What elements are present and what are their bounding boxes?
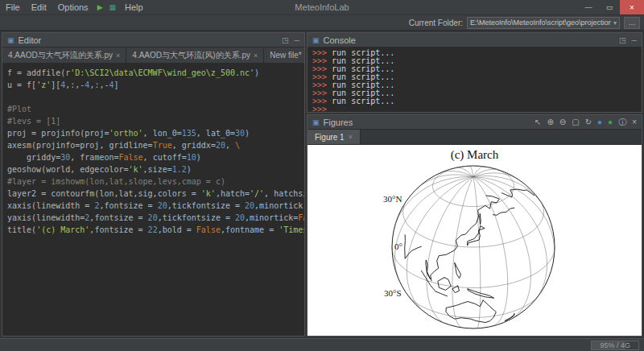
- figure-canvas[interactable]: (c) March 30°N 0° 30°S: [308, 145, 642, 336]
- code-line: f = addfile(r'D:\SCI2\data\ECMWF\wind_ge…: [7, 67, 299, 79]
- select-icon[interactable]: ↖: [535, 118, 541, 126]
- lat-label-30n: 30°N: [383, 194, 402, 204]
- console-output[interactable]: >>> run script...>>> run script...>>> ru…: [308, 47, 642, 112]
- current-folder-input[interactable]: E:\MeteoInfo\MeteoInfo\script\geo\projec…: [467, 17, 620, 29]
- code-line: title('(c) March',fontsize = 22,bold = F…: [7, 224, 299, 236]
- console-line: >>> run script...: [312, 97, 637, 105]
- statusbar: 95% / 4G: [0, 338, 644, 351]
- code-line: proj = projinfo(proj='ortho', lon_0=135,…: [7, 127, 299, 139]
- figure-tab[interactable]: Figure 1 ×: [308, 130, 361, 144]
- app-window: File Edit Options ▶ ▦ Help MeteoInfoLab …: [0, 0, 644, 351]
- editor-tab[interactable]: 4.AAOD与大气环流的关系.py×: [2, 47, 126, 63]
- info-icon[interactable]: ⓘ: [618, 117, 626, 128]
- editor-title: Editor: [19, 35, 42, 45]
- rotate-icon[interactable]: ↻: [585, 118, 592, 126]
- figures-panel: ▣ Figures ↖⊕⊖▢↻●●ⓘ× Figure 1 × (c) March…: [307, 114, 642, 337]
- main-area: ▣ Editor ◳ ─ 4.AAOD与大气环流的关系.py×4.AAOD与大气…: [0, 31, 644, 338]
- current-folder-value: E:\MeteoInfo\MeteoInfo\script\geo\projec…: [470, 19, 611, 27]
- window-controls: — ▭ ×: [578, 0, 644, 14]
- menu-help[interactable]: Help: [119, 0, 149, 14]
- tab-label: 4.AAOD与大气环流的关系.py: [8, 50, 113, 61]
- zoom-in-icon[interactable]: ⊕: [547, 118, 553, 126]
- tab-close-icon[interactable]: ×: [349, 133, 353, 141]
- code-line: #layer = imshowm(lon,lat,slope,levs,cmap…: [7, 176, 299, 188]
- folder-toolbar: Current Folder: E:\MeteoInfo\MeteoInfo\s…: [0, 15, 644, 31]
- apps-icon[interactable]: ▦: [106, 3, 120, 11]
- console-title: Console: [324, 35, 356, 45]
- menu-file[interactable]: File: [0, 0, 26, 14]
- panel-float-icon[interactable]: ◳: [282, 36, 289, 44]
- console-panel: ▣ Console ◳ ─ >>> run script...>>> run s…: [307, 32, 642, 113]
- tab-label: 4.AAOD与大气环流(风)的关系.py: [132, 50, 250, 61]
- editor-panel-icon: ▣: [7, 36, 14, 44]
- figures-panel-icon: ▣: [312, 118, 320, 126]
- menu-edit[interactable]: Edit: [26, 0, 52, 14]
- layers-icon[interactable]: ●: [608, 118, 613, 126]
- code-line: #Plot: [7, 103, 299, 115]
- lat-label-30s: 30°S: [384, 288, 402, 298]
- tab-label: New file*: [270, 51, 301, 60]
- full-extent-icon[interactable]: ▢: [572, 118, 579, 126]
- tab-close-icon[interactable]: ×: [116, 52, 120, 60]
- close-figure-icon[interactable]: ×: [632, 118, 637, 126]
- globe-svg: [308, 145, 642, 336]
- figures-header[interactable]: ▣ Figures ↖⊕⊖▢↻●●ⓘ×: [308, 115, 642, 130]
- code-line: layer2 = contourfm(lon,lat,sig,colors = …: [7, 188, 299, 200]
- figure-title: (c) March: [308, 148, 642, 162]
- figure-tab-label: Figure 1: [315, 133, 345, 142]
- code-line: [7, 91, 299, 103]
- maximize-button[interactable]: ▭: [599, 0, 620, 14]
- minimize-button[interactable]: —: [578, 0, 599, 14]
- identify-icon[interactable]: ●: [597, 118, 602, 126]
- panel-minimize-icon[interactable]: ─: [295, 36, 299, 44]
- editor-tabs: 4.AAOD与大气环流的关系.py×4.AAOD与大气环流(风)的关系.py×N…: [2, 47, 304, 64]
- close-button[interactable]: ×: [620, 0, 644, 14]
- editor-header[interactable]: ▣ Editor ◳ ─: [2, 33, 304, 47]
- code-line: #levs = [1]: [7, 115, 299, 127]
- tab-close-icon[interactable]: ×: [254, 52, 258, 60]
- figures-toolbar: ↖⊕⊖▢↻●●ⓘ×: [535, 117, 637, 128]
- lat-label-0: 0°: [394, 242, 402, 251]
- current-folder-label: Current Folder:: [409, 19, 463, 27]
- code-line: yaxis(linewidth=2,fontsize = 20,tickfont…: [7, 212, 299, 224]
- right-column: ▣ Console ◳ ─ >>> run script...>>> run s…: [307, 32, 642, 337]
- code-line: u = f['z'][4,:,-4,:,-4]: [7, 79, 299, 91]
- panel-minimize-icon[interactable]: ─: [632, 36, 637, 44]
- browse-folder-button[interactable]: …: [624, 17, 640, 29]
- memory-indicator[interactable]: 95% / 4G: [591, 341, 639, 350]
- code-line: axesm(projinfo=proj, gridline=True, grid…: [7, 139, 299, 151]
- editor-tab[interactable]: 4.AAOD与大气环流(风)的关系.py×: [126, 47, 264, 63]
- figure-tabs: Figure 1 ×: [308, 130, 642, 145]
- figures-title: Figures: [324, 118, 353, 127]
- zoom-out-icon[interactable]: ⊖: [559, 118, 566, 126]
- code-area[interactable]: f = addfile(r'D:\SCI2\data\ECMWF\wind_ge…: [2, 64, 304, 336]
- console-line: >>>: [312, 105, 637, 112]
- menu-options[interactable]: Options: [52, 0, 94, 14]
- chevron-down-icon[interactable]: ▾: [613, 19, 617, 27]
- run-icon[interactable]: ▶: [94, 3, 106, 11]
- console-panel-icon: ▣: [312, 36, 320, 44]
- panel-float-icon[interactable]: ◳: [619, 36, 626, 44]
- code-line: xaxis(linewidth = 2,fontsize = 20,tickfo…: [7, 200, 299, 212]
- console-header[interactable]: ▣ Console ◳ ─: [308, 33, 642, 47]
- code-line: geoshow(world, edgecolor='k',size=1.2): [7, 163, 299, 176]
- code-line: griddy=30, frameon=False, cutoff=10): [7, 151, 299, 163]
- menubar: File Edit Options ▶ ▦ Help MeteoInfoLab …: [0, 0, 644, 15]
- editor-tab[interactable]: New file*×: [264, 47, 304, 63]
- editor-panel: ▣ Editor ◳ ─ 4.AAOD与大气环流的关系.py×4.AAOD与大气…: [2, 32, 305, 337]
